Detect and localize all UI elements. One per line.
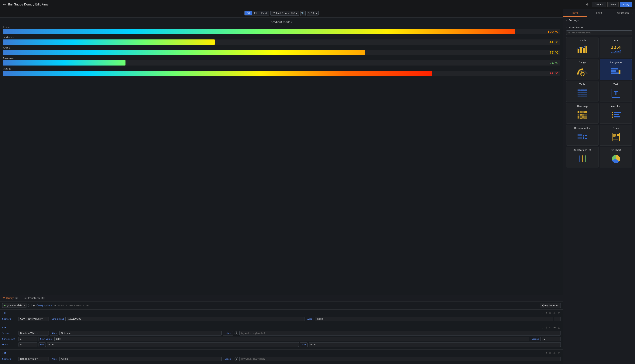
query-H-scenario-select[interactable]: CSV Metric Values ▾ xyxy=(19,316,49,321)
query-inspector-button[interactable]: Query inspector xyxy=(540,303,561,308)
svg-text:♥: ♥ xyxy=(611,114,613,116)
bar-value: 92 °C xyxy=(549,72,558,75)
sidebar-tabs: Panel Field Overrides › xyxy=(563,9,635,17)
viz-card-gauge[interactable]: Gauge 79 xyxy=(566,59,598,80)
query-B-scenario-select[interactable]: Random Walk ▾ xyxy=(19,357,49,361)
move-up-icon[interactable]: ↑ xyxy=(545,351,548,355)
viz-card-bar-gauge[interactable]: Bar gauge xyxy=(600,59,632,80)
svg-rect-14 xyxy=(584,90,587,92)
viz-card-news[interactable]: News news xyxy=(600,125,632,146)
move-up-icon[interactable]: ↑ xyxy=(545,311,548,315)
svg-rect-29 xyxy=(584,112,587,113)
settings-header[interactable]: › Settings xyxy=(566,19,632,22)
viz-card-dashboard-list[interactable]: Dashboard list xyxy=(566,125,598,146)
tab-transform[interactable]: ⇄ Transform 0 xyxy=(21,295,48,301)
query-A-scenario-select[interactable]: Random Walk ▾ xyxy=(19,331,49,336)
viz-card-text[interactable]: Text T xyxy=(600,81,632,102)
query-A-noise[interactable] xyxy=(19,342,38,347)
chevron-down-icon: ▾ xyxy=(296,12,297,14)
exact-button[interactable]: Exact xyxy=(259,11,269,15)
svg-rect-33 xyxy=(584,114,587,116)
svg-marker-64 xyxy=(578,155,580,156)
settings-icon[interactable]: ⚙ xyxy=(584,2,590,8)
chevron-down-icon: ▾ xyxy=(316,12,317,14)
labels-info-icon-B[interactable]: ℹ xyxy=(234,357,238,361)
query-B-alias-input[interactable] xyxy=(59,357,222,361)
sidebar-tab-panel[interactable]: Panel xyxy=(563,9,587,17)
query-A-min[interactable] xyxy=(47,342,299,347)
fit-button[interactable]: Fit xyxy=(252,11,259,15)
delete-icon[interactable]: 🗑 xyxy=(557,326,561,330)
query-H-string-input[interactable] xyxy=(67,316,304,321)
visualization-header[interactable]: ▾ Visualization xyxy=(566,26,632,28)
query-A-alias-input[interactable] xyxy=(59,331,222,336)
time-range-label: Last 6 hours xyxy=(276,12,290,14)
query-A-max[interactable] xyxy=(309,342,561,347)
eye-icon[interactable]: 👁 xyxy=(553,311,556,315)
back-button[interactable]: ← xyxy=(3,2,6,6)
svg-rect-36 xyxy=(582,116,584,118)
duplicate-icon[interactable]: ⧉ xyxy=(549,311,552,315)
datasource-selector[interactable]: gdev-testdata ▾ xyxy=(2,303,27,308)
fill-button[interactable]: Fill xyxy=(244,11,252,15)
svg-rect-39 xyxy=(580,118,582,119)
query-block-H: ▾ H ↓ ↑ ⧉ 👁 🗑 Scenario CSV Metric Values xyxy=(0,310,563,324)
gradient-mode-label[interactable]: Gradient mode ▾ xyxy=(3,20,560,24)
query-options-link[interactable]: Query options xyxy=(37,304,52,307)
move-up-icon[interactable]: ↑ xyxy=(545,326,548,330)
query-A-start-value[interactable] xyxy=(55,336,529,341)
move-down-icon[interactable]: ↓ xyxy=(541,351,544,355)
chevron-down-icon: ▾ xyxy=(41,318,43,320)
viz-card-table[interactable]: Table xyxy=(566,81,598,102)
viz-card-heatmap[interactable]: Heatmap xyxy=(566,103,598,124)
viz-card-graph[interactable]: Graph xyxy=(566,37,598,58)
viz-card-pie-chart[interactable]: Pie Chart xyxy=(600,147,632,168)
filter-visualizations-input[interactable] xyxy=(572,31,630,34)
bar-container: 41 °C xyxy=(3,40,560,45)
query-letter-B[interactable]: ▾ B xyxy=(2,352,6,354)
query-B-labels-input[interactable] xyxy=(239,357,561,361)
viz-card-heatmap-label: Heatmap xyxy=(577,105,587,108)
delete-icon[interactable]: 🗑 xyxy=(557,311,561,315)
time-range-button[interactable]: ⏱ Last 6 hours EDT ▾ xyxy=(270,11,299,16)
expand-icon[interactable]: ▶ xyxy=(33,304,35,307)
eye-icon[interactable]: 👁 xyxy=(553,351,556,355)
svg-rect-41 xyxy=(584,118,587,119)
viz-card-stat[interactable]: Stat 12.4 xyxy=(600,37,632,58)
apply-button[interactable]: Apply xyxy=(620,2,632,7)
info-icon[interactable]: ℹ xyxy=(28,304,32,307)
bar-value: 41 °C xyxy=(549,40,558,44)
discard-button[interactable]: Discard xyxy=(592,2,606,7)
viz-card-gauge-label: Gauge xyxy=(579,61,586,64)
svg-text:♥: ♥ xyxy=(611,112,613,114)
tab-query[interactable]: ⊟ Query 5 xyxy=(0,295,21,301)
delete-icon[interactable]: 🗑 xyxy=(557,351,561,355)
move-down-icon[interactable]: ↓ xyxy=(541,311,544,315)
query-H-color-picker[interactable] xyxy=(554,316,561,321)
query-H-scenario-row: Scenario CSV Metric Values ▾ String Inpu… xyxy=(2,316,561,321)
chevron-down-icon: ▾ xyxy=(291,20,292,24)
duplicate-icon[interactable]: ⧉ xyxy=(549,326,552,330)
labels-info-icon[interactable]: ℹ xyxy=(234,331,238,335)
save-button[interactable]: Save xyxy=(607,2,619,7)
viz-text-icon: T xyxy=(602,87,630,100)
query-A-series-count[interactable] xyxy=(19,336,38,341)
refresh-button[interactable]: ↻ 10s ▾ xyxy=(307,11,319,16)
query-letter-A[interactable]: ▾ A xyxy=(2,326,6,329)
duplicate-icon[interactable]: ⧉ xyxy=(549,351,552,355)
sidebar-tab-field[interactable]: Field xyxy=(587,9,611,17)
viz-card-alert-list[interactable]: Alert list ♥ ♥ ♥ xyxy=(600,103,632,124)
viz-card-annotations-list[interactable]: Annotations list xyxy=(566,147,598,168)
eye-icon[interactable]: 👁 xyxy=(553,326,556,330)
filter-visualizations[interactable]: ⚗ xyxy=(566,30,632,35)
sidebar-tab-overrides[interactable]: Overrides xyxy=(611,9,635,17)
zoom-icon[interactable]: 🔍 xyxy=(300,10,305,16)
sidebar-expand-icon[interactable]: › xyxy=(632,11,633,15)
query-H-alias-input[interactable] xyxy=(315,316,553,321)
query-A-spread[interactable] xyxy=(542,336,561,341)
query-A-labels-input[interactable] xyxy=(239,331,561,336)
query-letter-H[interactable]: ▾ H xyxy=(2,312,6,314)
move-down-icon[interactable]: ↓ xyxy=(541,326,544,330)
refresh-rate: 10s xyxy=(311,12,315,14)
fill-fit-group: Fill Fit Exact xyxy=(244,11,269,16)
